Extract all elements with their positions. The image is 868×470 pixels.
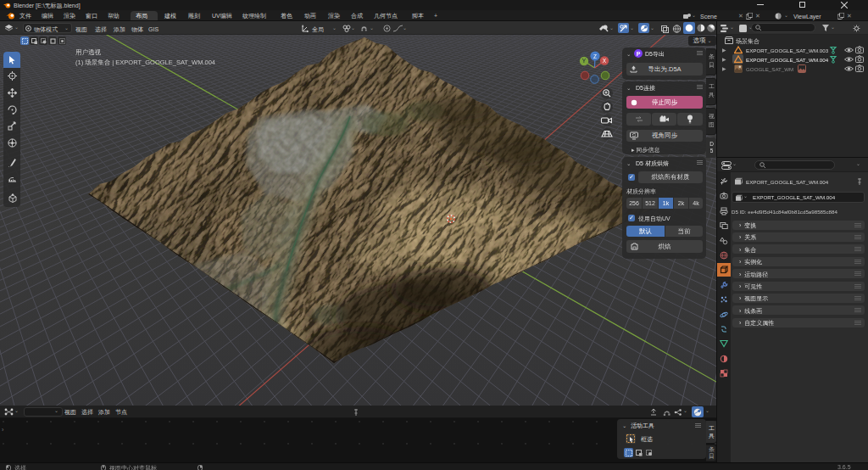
svg-text:X: X — [603, 58, 607, 64]
svg-text:Z: Z — [593, 53, 597, 59]
svg-text:P: P — [637, 51, 641, 57]
svg-text:Y: Y — [582, 58, 587, 64]
